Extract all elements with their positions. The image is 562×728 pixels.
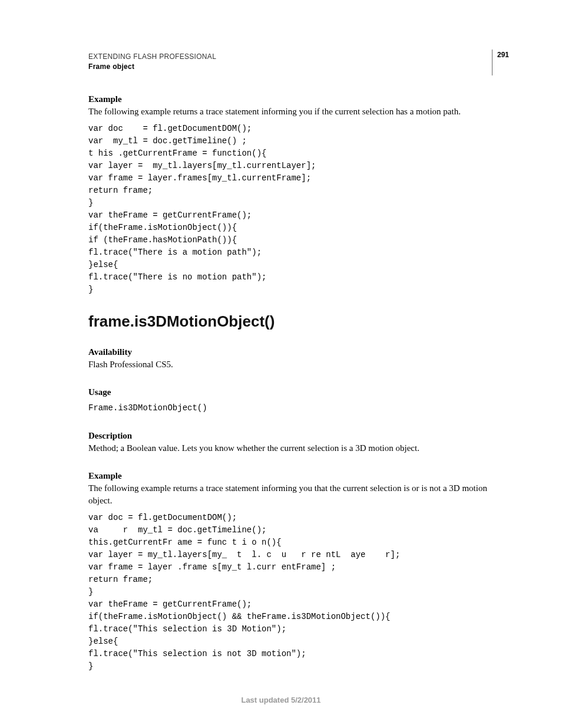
header-left: EXTENDING FLASH PROFESSIONAL Frame objec… [88,52,216,72]
example2-intro: The following example returns a trace st… [88,482,509,507]
usage-label: Usage [88,387,509,397]
availability-label: Availability [88,347,509,357]
usage-code: Frame.is3DMotionObject() [88,402,509,414]
availability-text: Flash Professional CS5. [88,358,509,371]
example1-label: Example [88,94,509,104]
page-number: 291 [492,50,509,75]
example1-code: var doc = fl.getDocumentDOM(); var my_tl… [88,123,509,296]
api-heading: frame.is3DMotionObject() [88,312,509,331]
header-title-line2: Frame object [88,62,216,72]
page-footer: Last updated 5/2/2011 [0,696,562,704]
example2-label: Example [88,471,509,481]
header-title-line1: EXTENDING FLASH PROFESSIONAL [88,52,216,62]
description-label: Description [88,431,509,441]
document-page: EXTENDING FLASH PROFESSIONAL Frame objec… [0,0,562,728]
example2-code: var doc = fl.getDocumentDOM(); va r my_t… [88,512,509,673]
description-text: Method; a Boolean value. Lets you know w… [88,442,509,454]
example1-intro: The following example returns a trace st… [88,106,509,118]
page-header: EXTENDING FLASH PROFESSIONAL Frame objec… [88,52,509,78]
